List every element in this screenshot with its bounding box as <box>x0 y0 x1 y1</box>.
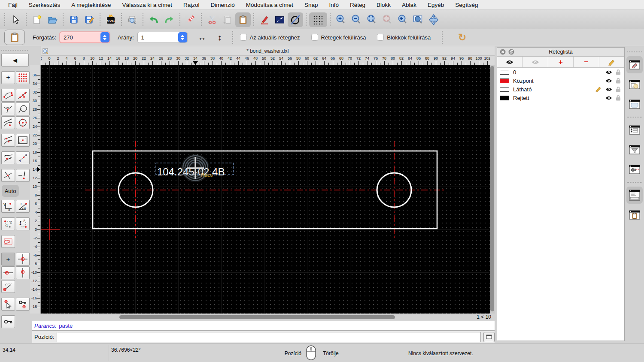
restrict-vertical-button[interactable] <box>16 266 30 279</box>
layer-visible-icon[interactable] <box>605 87 613 92</box>
layer-lock-icon[interactable] <box>616 78 621 84</box>
corner-point-a-button[interactable]: 12 <box>1 217 15 230</box>
coordinate-cartesian-button[interactable]: yx <box>1 200 15 213</box>
command-line-window-button[interactable] <box>626 187 643 204</box>
add-layer-button[interactable]: + <box>548 57 574 67</box>
layer-lock-icon[interactable] <box>616 86 621 92</box>
scrollbar-thumb[interactable] <box>490 66 494 311</box>
restrict-shape-button[interactable] <box>1 235 15 248</box>
zoom-window-button[interactable] <box>410 12 426 27</box>
snap-manual-intersection-button[interactable] <box>1 169 15 182</box>
back-button[interactable]: ◀ <box>1 54 29 66</box>
menu-item-6[interactable]: Dimenzió <box>205 2 240 8</box>
close-panel-icon[interactable] <box>500 49 506 55</box>
canvas-vertical-scrollbar[interactable] <box>490 65 495 314</box>
rotation-spinbox[interactable]: 270 <box>60 32 110 43</box>
pan-button[interactable] <box>426 12 441 27</box>
float-panel-icon[interactable] <box>508 49 514 55</box>
snap-point-button[interactable] <box>16 169 30 182</box>
lock-relative-zero-button[interactable] <box>16 298 30 311</box>
corner-point-b-button[interactable]: 12 <box>16 217 30 230</box>
layer-visible-icon[interactable] <box>605 69 613 75</box>
scrollbar-thumb[interactable] <box>119 315 395 319</box>
filter-window-button[interactable] <box>626 141 643 158</box>
save-button[interactable] <box>66 12 82 27</box>
snap-endpoints-button[interactable] <box>1 89 15 102</box>
layer-row-Központ[interactable]: Központ <box>497 76 624 85</box>
menu-item-13[interactable]: Egyéb <box>422 2 450 8</box>
undo-operation-button[interactable]: ↺ <box>458 32 466 43</box>
flip-horizontal-button[interactable]: ↔ <box>198 33 207 42</box>
layer-lock-icon[interactable] <box>616 95 621 101</box>
snap-on-entity-button[interactable] <box>16 89 30 102</box>
console-window-button[interactable] <box>626 161 643 178</box>
modify-attributes-button[interactable] <box>257 12 272 27</box>
flip-vertical-button[interactable]: ↕ <box>218 33 222 42</box>
canvas-horizontal-scrollbar[interactable]: 1 < 10 <box>41 314 495 321</box>
rotation-stepper[interactable] <box>100 32 109 42</box>
block-list-window-button[interactable] <box>626 76 643 93</box>
paste-button[interactable] <box>235 12 251 27</box>
redo-button[interactable] <box>161 12 177 27</box>
snap-tangent-button[interactable] <box>1 116 15 129</box>
menu-item-11[interactable]: Blokk <box>371 2 396 8</box>
cut-button[interactable] <box>204 12 220 27</box>
layer-lock-icon[interactable] <box>616 69 621 75</box>
current-operation-button[interactable] <box>4 30 25 45</box>
snap-perpendicular-button[interactable] <box>1 103 15 115</box>
erase-button[interactable] <box>183 12 198 27</box>
snap-center-button[interactable] <box>16 116 30 129</box>
restrict-nothing-button[interactable]: + <box>1 253 15 265</box>
scale-spinbox[interactable]: 1 <box>137 32 188 43</box>
restrict-horizontal-button[interactable] <box>1 266 15 279</box>
save-as-button[interactable] <box>82 12 97 27</box>
menu-item-12[interactable]: Ablak <box>396 2 422 8</box>
snap-grid-button[interactable] <box>16 71 30 84</box>
command-options-button[interactable] <box>483 332 495 342</box>
undo-button[interactable] <box>146 12 161 27</box>
edit-layer-button[interactable] <box>599 57 624 67</box>
dock-handle[interactable] <box>1 48 28 51</box>
menu-item-3[interactable]: A megtekintése <box>66 2 116 8</box>
copy-button[interactable] <box>220 12 235 27</box>
select-window-button[interactable] <box>272 12 288 27</box>
snap-intersection-button[interactable] <box>1 151 15 164</box>
menu-item-4[interactable]: Válassza ki a címet <box>117 2 178 8</box>
layer-list-window-button[interactable] <box>626 56 643 73</box>
layer-row-0[interactable]: 0 <box>497 68 624 76</box>
zoom-selection-button[interactable] <box>380 12 395 27</box>
layer-visible-icon[interactable] <box>605 95 613 101</box>
open-file-button[interactable] <box>45 12 60 27</box>
library-browser-window-button[interactable] <box>626 96 643 113</box>
remove-layer-button[interactable]: − <box>574 57 599 67</box>
snap-middle-button[interactable] <box>1 134 15 147</box>
hide-all-layers-button[interactable] <box>522 57 548 67</box>
print-preview-button[interactable] <box>125 12 140 27</box>
menu-item-5[interactable]: Rajzol <box>178 2 205 8</box>
zoom-auto-button[interactable] <box>364 12 380 27</box>
layer-visible-icon[interactable] <box>605 78 613 84</box>
zoom-in-button[interactable] <box>333 12 349 27</box>
zoom-out-button[interactable] <box>349 12 364 27</box>
snap-entity-point-button[interactable] <box>16 103 30 115</box>
menu-item-14[interactable]: Segítség <box>450 2 483 8</box>
to-current-layer-checkbox[interactable]: Az aktuális réteghez <box>240 34 300 41</box>
menu-item-8[interactable]: Snap <box>299 2 324 8</box>
restrict-orthogonal-button[interactable] <box>16 253 30 265</box>
show-all-layers-button[interactable] <box>497 57 522 67</box>
menu-item-1[interactable]: Fájl <box>3 2 23 8</box>
layer-row-Rejtett[interactable]: Rejtett <box>497 94 624 102</box>
relative-zero-button[interactable] <box>1 315 15 328</box>
entity-list-window-button[interactable] <box>626 121 643 139</box>
scale-value[interactable]: 1 <box>138 34 178 41</box>
coordinate-polar-button[interactable]: ra <box>16 200 30 213</box>
dock-handle[interactable] <box>627 51 642 52</box>
override-layers-checkbox[interactable]: Rétegek felülírása <box>311 34 366 41</box>
menu-item-10[interactable]: Réteg <box>344 2 371 8</box>
snap-free-button[interactable]: + <box>1 71 15 84</box>
snap-distance-button[interactable]: 12 <box>16 151 30 164</box>
export-svg-button[interactable]: SVG <box>103 12 118 27</box>
command-input[interactable] <box>57 332 481 342</box>
menu-item-7[interactable]: Módosítsa a címet <box>240 2 299 8</box>
menu-item-2[interactable]: Szerkesztés <box>23 2 66 8</box>
